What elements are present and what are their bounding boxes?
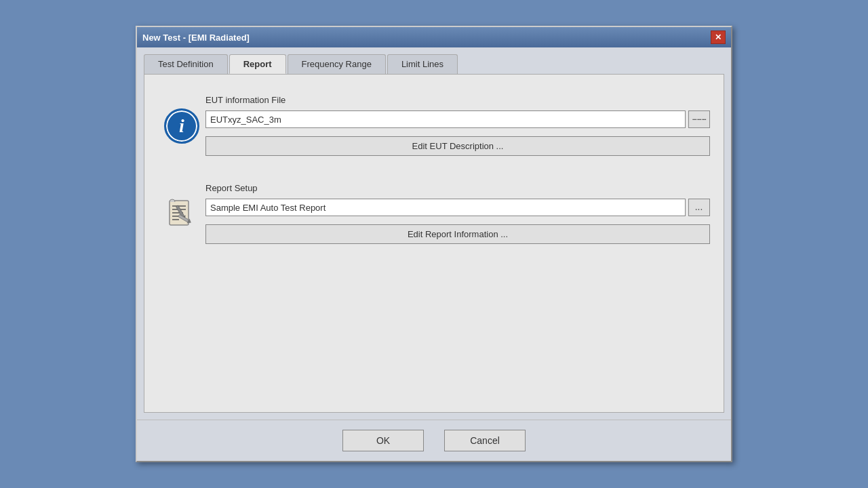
footer: OK Cancel — [137, 420, 731, 461]
cancel-button[interactable]: Cancel — [444, 430, 526, 451]
eut-icon-container: i — [158, 95, 205, 144]
edit-eut-description-button[interactable]: Edit EUT Description ... — [205, 136, 710, 156]
tab-test-definition[interactable]: Test Definition — [144, 54, 228, 74]
title-bar: New Test - [EMI Radiated] ✕ — [137, 27, 731, 47]
report-input-row: ... — [205, 199, 710, 216]
report-fields: Report Setup ... Edit Report Information… — [205, 183, 710, 244]
info-icon: i — [164, 108, 199, 144]
eut-input-row: ┈┈┈ — [205, 110, 710, 128]
report-file-input[interactable] — [205, 199, 686, 216]
eut-section: i EUT information File ┈┈┈ Edit EUT Desc… — [158, 95, 710, 156]
report-browse-label: ... — [695, 204, 703, 211]
window-title: New Test - [EMI Radiated] — [142, 33, 250, 43]
tab-limit-lines[interactable]: Limit Lines — [387, 54, 458, 74]
eut-section-label: EUT information File — [205, 95, 710, 105]
tab-content-report: i EUT information File ┈┈┈ Edit EUT Desc… — [144, 74, 724, 413]
report-browse-button[interactable]: ... — [688, 199, 710, 216]
report-icon-svg — [164, 197, 199, 232]
tab-frequency-range[interactable]: Frequency Range — [288, 54, 386, 74]
title-bar-buttons: ✕ — [711, 30, 726, 44]
report-setup-icon — [164, 197, 199, 232]
eut-file-input[interactable] — [205, 110, 686, 128]
report-section-label: Report Setup — [205, 183, 710, 193]
eut-fields: EUT information File ┈┈┈ Edit EUT Descri… — [205, 95, 710, 156]
edit-report-information-button[interactable]: Edit Report Information ... — [205, 224, 710, 244]
report-icon-container — [158, 183, 205, 232]
ok-button[interactable]: OK — [342, 430, 424, 451]
close-button[interactable]: ✕ — [711, 30, 726, 44]
tab-bar: Test Definition Report Frequency Range L… — [144, 54, 724, 74]
eut-browse-button[interactable]: ┈┈┈ — [688, 110, 710, 128]
tab-report[interactable]: Report — [229, 54, 286, 74]
eut-browse-icon: ┈┈┈ — [692, 116, 707, 123]
window-body: Test Definition Report Frequency Range L… — [137, 47, 731, 420]
report-section: Report Setup ... Edit Report Information… — [158, 183, 710, 244]
main-window: New Test - [EMI Radiated] ✕ Test Definit… — [136, 26, 732, 462]
